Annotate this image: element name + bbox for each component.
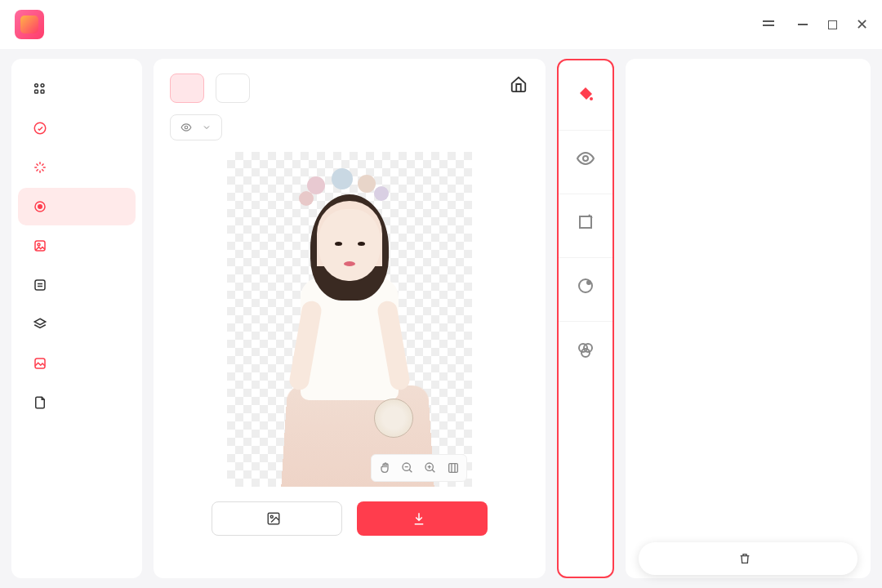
save-button[interactable] <box>357 501 488 536</box>
trash-icon <box>738 552 751 565</box>
layers-icon <box>33 317 47 332</box>
right-panel <box>626 59 871 578</box>
sidebar-item-common[interactable] <box>18 70 136 108</box>
maximize-button[interactable] <box>826 19 838 30</box>
more-menu-button[interactable] <box>763 20 779 29</box>
svg-point-4 <box>34 122 46 134</box>
app-logo-icon <box>15 10 44 39</box>
right-tabs <box>639 70 858 75</box>
titlebar: ✕ <box>0 0 882 49</box>
sidebar-item-batch[interactable] <box>18 305 136 343</box>
mode-tabs <box>170 74 529 103</box>
canvas-toolbar <box>371 454 467 482</box>
image-icon <box>33 356 47 371</box>
image-icon <box>266 511 281 526</box>
svg-rect-10 <box>35 359 45 368</box>
svg-rect-19 <box>580 216 591 228</box>
tool-cutout[interactable] <box>559 131 612 194</box>
svg-rect-14 <box>449 464 458 473</box>
target-icon <box>33 199 47 214</box>
svg-point-24 <box>581 349 590 357</box>
template-scroll[interactable] <box>639 85 858 578</box>
sidebar-item-restore[interactable] <box>18 227 136 265</box>
edge-icon <box>576 276 595 298</box>
main-panel <box>154 59 546 578</box>
sidebar-item-process[interactable] <box>18 345 136 382</box>
sidebar-item-edit[interactable] <box>18 109 136 147</box>
zoom-out-button[interactable] <box>397 457 418 479</box>
tool-edge[interactable] <box>559 258 612 322</box>
download-icon <box>412 511 426 526</box>
svg-point-0 <box>35 84 38 87</box>
reselect-image-button[interactable] <box>212 501 342 536</box>
home-button[interactable] <box>510 75 528 96</box>
cutout-subject <box>227 152 472 487</box>
sidebar-item-files[interactable] <box>18 384 136 421</box>
tool-crop[interactable] <box>559 194 612 258</box>
svg-point-21 <box>587 281 590 284</box>
svg-point-17 <box>590 97 593 100</box>
action-buttons <box>212 501 488 536</box>
svg-rect-3 <box>41 90 44 93</box>
bucket-icon <box>576 85 595 107</box>
svg-point-11 <box>185 126 188 129</box>
fit-screen-button[interactable] <box>443 457 464 479</box>
tab-smart-cutout[interactable] <box>170 74 204 103</box>
grid-icon <box>33 82 47 96</box>
eye-icon <box>576 149 595 171</box>
eye-icon <box>180 122 192 133</box>
tab-id-photo[interactable] <box>216 74 250 103</box>
image-canvas[interactable] <box>227 152 472 487</box>
tool-filter[interactable] <box>559 322 612 385</box>
sidebar-item-convert[interactable] <box>18 266 136 304</box>
restore-icon <box>33 238 47 253</box>
svg-point-16 <box>270 515 273 518</box>
svg-point-18 <box>583 156 588 161</box>
remove-background-button[interactable] <box>639 542 858 575</box>
svg-point-6 <box>38 205 42 209</box>
svg-point-1 <box>41 84 44 87</box>
minimize-button[interactable] <box>797 19 808 30</box>
sidebar-item-cutout[interactable] <box>18 188 136 225</box>
svg-point-8 <box>38 243 40 246</box>
edit-icon <box>33 121 47 136</box>
crop-icon <box>576 212 595 234</box>
sidebar-item-fun[interactable] <box>18 149 136 186</box>
svg-rect-9 <box>35 280 45 290</box>
canvas-area <box>170 152 529 564</box>
file-icon <box>33 395 47 410</box>
window-controls: ✕ <box>763 19 867 30</box>
pan-tool-button[interactable] <box>374 457 395 479</box>
zoom-in-button[interactable] <box>420 457 441 479</box>
tool-strip <box>557 59 614 578</box>
brand <box>15 10 54 39</box>
sparkle-icon <box>33 160 47 175</box>
convert-icon <box>33 278 47 292</box>
sidebar <box>11 59 142 578</box>
tool-background[interactable] <box>559 67 612 131</box>
chevron-down-icon <box>202 122 212 132</box>
svg-rect-2 <box>35 90 38 93</box>
close-button[interactable]: ✕ <box>856 19 867 30</box>
recognition-type-dropdown[interactable] <box>170 114 222 140</box>
filter-icon <box>576 341 595 363</box>
workspace <box>0 49 882 588</box>
